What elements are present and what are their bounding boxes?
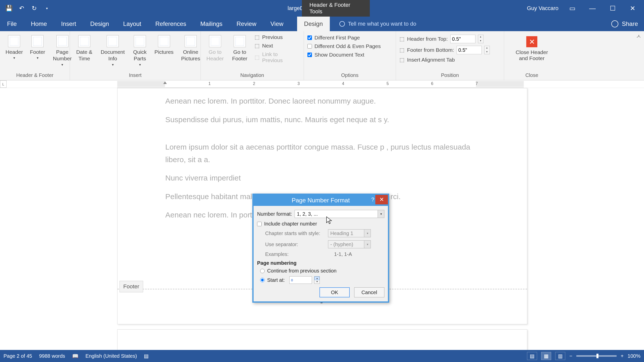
group-header-footer: Header & Footer bbox=[0, 72, 70, 80]
dialog-titlebar[interactable]: Page Number Format ? ✕ bbox=[254, 195, 388, 206]
quick-parts-button[interactable]: Quick Parts▾ bbox=[130, 34, 149, 68]
previous-icon: ⬚ bbox=[255, 34, 260, 40]
tell-me-search[interactable]: Tell me what you want to do bbox=[330, 17, 416, 31]
read-mode-icon[interactable]: ▤ bbox=[527, 352, 537, 360]
diff-odd-even-checkbox[interactable]: Different Odd & Even Pages bbox=[307, 43, 381, 49]
group-position: Position bbox=[396, 72, 504, 80]
start-at-input[interactable] bbox=[289, 276, 312, 284]
qat-customize-icon[interactable]: ▾ bbox=[43, 4, 51, 12]
page-numbering-label: Page numbering bbox=[257, 260, 384, 266]
group-navigation: Navigation bbox=[201, 72, 304, 80]
header-button[interactable]: Header▾ bbox=[4, 34, 25, 61]
dialog-title: Page Number Format bbox=[292, 197, 350, 204]
web-layout-icon[interactable]: ▥ bbox=[555, 352, 565, 360]
username-label: Guy Vaccaro bbox=[527, 5, 558, 12]
undo-icon[interactable]: ↶ bbox=[18, 4, 26, 12]
collapse-ribbon-icon[interactable]: ㅅ bbox=[636, 33, 641, 40]
tab-home[interactable]: Home bbox=[24, 17, 54, 31]
previous-section-button[interactable]: ⬚Previous bbox=[254, 34, 300, 41]
pictures-button[interactable]: Pictures bbox=[152, 34, 176, 56]
goto-footer-button[interactable]: Go to Footer bbox=[229, 34, 251, 63]
header-from-top-field[interactable]: ⬚Header from Top:▴▾ bbox=[399, 35, 490, 43]
contextual-tab-label: Header & Footer Tools bbox=[302, 0, 370, 17]
close-header-footer-button[interactable]: ✕ Close Header and Footer bbox=[508, 34, 556, 61]
tab-view[interactable]: View bbox=[263, 17, 291, 31]
footer-label: Footer bbox=[119, 281, 143, 292]
ribbon-display-options-icon[interactable]: ▭ bbox=[566, 5, 579, 12]
include-chapter-checkbox[interactable]: Include chapter number bbox=[257, 221, 384, 227]
redo-icon[interactable]: ↻ bbox=[30, 4, 38, 12]
separator-select: - (hyphen)▾ bbox=[328, 240, 371, 248]
ruler-number: 4 bbox=[342, 81, 344, 86]
spell-check-icon[interactable]: 📖 bbox=[72, 353, 78, 359]
zoom-in-icon[interactable]: + bbox=[621, 353, 624, 359]
tab-file[interactable]: File bbox=[0, 17, 24, 31]
close-icon: ✕ bbox=[526, 36, 537, 47]
tab-references[interactable]: References bbox=[148, 17, 193, 31]
ruler-row: L 1234567 bbox=[0, 80, 644, 88]
footer-from-bottom-field[interactable]: ⬚Footer from Bottom:▴▾ bbox=[399, 46, 490, 54]
start-at-radio[interactable]: Start at: ▴▾ bbox=[257, 276, 384, 284]
next-section-button[interactable]: ⬚Next bbox=[254, 42, 300, 49]
spinner-up-icon[interactable]: ▴ bbox=[314, 277, 319, 280]
chevron-down-icon: ▾ bbox=[378, 210, 384, 218]
share-button[interactable]: Share bbox=[605, 17, 644, 31]
dialog-close-icon[interactable]: ✕ bbox=[375, 195, 388, 204]
macro-icon[interactable]: ▤ bbox=[144, 353, 149, 359]
spinner-down-icon[interactable]: ▾ bbox=[314, 280, 319, 284]
paragraph: Suspendisse dui purus, ium mattis, nunc.… bbox=[165, 113, 479, 126]
tab-mailings[interactable]: Mailings bbox=[193, 17, 229, 31]
tab-design[interactable]: Design bbox=[83, 17, 116, 31]
minimize-icon[interactable]: — bbox=[586, 5, 599, 12]
zoom-slider[interactable] bbox=[576, 355, 617, 357]
document-area: Aenean nec lorem. In porttitor. Donec la… bbox=[0, 88, 644, 350]
ruler-number: 2 bbox=[253, 81, 255, 86]
zoom-level[interactable]: 100% bbox=[628, 353, 640, 359]
number-format-select[interactable]: 1, 2, 3, ...▾ bbox=[295, 210, 384, 218]
diff-first-page-checkbox[interactable]: Different First Page bbox=[307, 35, 381, 41]
page-2[interactable] bbox=[117, 329, 527, 350]
share-label: Share bbox=[622, 20, 638, 27]
ribbon-tabs: File Home Insert Design Layout Reference… bbox=[0, 17, 644, 31]
tab-insert[interactable]: Insert bbox=[54, 17, 83, 31]
show-doc-text-checkbox[interactable]: Show Document Text bbox=[307, 52, 381, 58]
paragraph: Aenean nec lorem. In porttitor. Donec la… bbox=[165, 95, 479, 107]
group-insert: Insert bbox=[70, 72, 200, 80]
start-at-spinner[interactable]: ▴▾ bbox=[314, 276, 320, 284]
number-format-label: Number format: bbox=[257, 211, 292, 217]
person-icon bbox=[611, 20, 618, 27]
save-icon[interactable]: 💾 bbox=[5, 4, 13, 12]
footer-button[interactable]: Footer▾ bbox=[28, 34, 47, 61]
horizontal-ruler[interactable]: 1234567 bbox=[117, 80, 524, 88]
group-close: Close bbox=[504, 72, 559, 80]
page-count[interactable]: Page 2 of 45 bbox=[4, 353, 32, 359]
next-icon: ⬚ bbox=[255, 43, 260, 49]
language-indicator[interactable]: English (United States) bbox=[86, 353, 137, 359]
maximize-icon[interactable]: ☐ bbox=[606, 5, 619, 12]
online-pictures-button[interactable]: Online Pictures bbox=[179, 34, 203, 63]
tab-layout[interactable]: Layout bbox=[116, 17, 148, 31]
ok-button[interactable]: OK bbox=[319, 287, 350, 297]
tab-hf-design[interactable]: Design bbox=[297, 17, 330, 31]
zoom-out-icon[interactable]: − bbox=[569, 353, 572, 359]
tab-review[interactable]: Review bbox=[229, 17, 263, 31]
examples-value: 1-1, 1-A bbox=[334, 251, 352, 257]
ruler-number: 1 bbox=[209, 81, 211, 86]
close-window-icon[interactable]: ✕ bbox=[626, 5, 639, 12]
document-info-button[interactable]: Document Info▾ bbox=[98, 34, 127, 68]
ruler-number: 3 bbox=[298, 81, 300, 86]
paragraph: Lorem ipsum dolor sit a aecenas porttito… bbox=[165, 141, 479, 166]
tell-me-placeholder: Tell me what you want to do bbox=[348, 21, 416, 27]
help-icon[interactable]: ? bbox=[371, 196, 374, 203]
word-count[interactable]: 9988 words bbox=[39, 353, 65, 359]
ruler-number: 6 bbox=[431, 81, 433, 86]
cancel-button[interactable]: Cancel bbox=[354, 287, 384, 297]
goto-header-button[interactable]: Go to Header bbox=[204, 34, 226, 63]
print-layout-icon[interactable]: ▦ bbox=[541, 352, 551, 360]
continue-previous-radio[interactable]: Continue from previous section bbox=[257, 268, 384, 274]
first-line-indent-marker[interactable] bbox=[163, 80, 167, 84]
date-time-button[interactable]: Date & Time bbox=[73, 34, 95, 63]
chapter-style-select: Heading 1▾ bbox=[328, 229, 371, 237]
tab-selector[interactable]: L bbox=[0, 80, 7, 88]
insert-alignment-tab-button[interactable]: ⬚Insert Alignment Tab bbox=[399, 57, 490, 63]
